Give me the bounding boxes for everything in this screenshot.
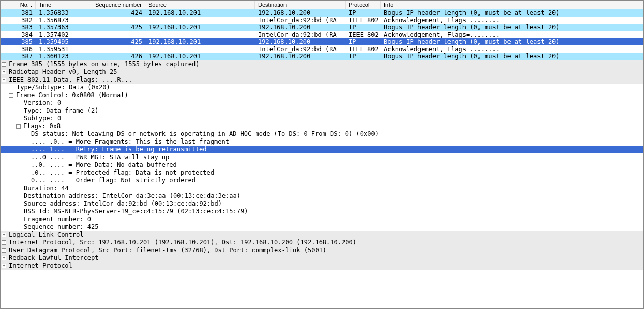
tree-line[interactable]: .... 1... = Retry: Frame is being retran…	[1, 146, 643, 153]
cell	[145, 31, 255, 38]
tree-label: Frame 385 (1555 bytes on wire, 1555 byte…	[9, 60, 199, 68]
tree-label: BSS Id: MS-NLB-PhysServer-19_ce:c4:15:79…	[24, 208, 248, 215]
tree-line[interactable]: .0.. .... = Protected flag: Data is not …	[1, 169, 643, 177]
tree-line[interactable]: Frame Control: 0x0808 (Normal)	[1, 91, 643, 99]
tree-line[interactable]: Version: 0	[1, 99, 643, 107]
tree-label: User Datagram Protocol, Src Port: filene…	[9, 246, 326, 254]
cell: 386	[1, 45, 36, 53]
cell: Bogus IP header length (0, must be at le…	[381, 24, 643, 31]
tree-line[interactable]: Internet Protocol	[1, 262, 643, 270]
table-row[interactable]: 3841.357402IntelCor_da:92:bd (RAIEEE 802…	[1, 31, 643, 38]
cell: Bogus IP header length (0, must be at le…	[381, 9, 643, 17]
tree-line[interactable]: Sequence number: 425	[1, 223, 643, 231]
tree-line[interactable]: BSS Id: MS-NLB-PhysServer-19_ce:c4:15:79…	[1, 208, 643, 215]
cell: Bogus IP header length (0, must be at le…	[381, 53, 643, 60]
tree-label: ..0. .... = More Data: No data buffered	[31, 161, 177, 169]
col-header-no[interactable]: No. .	[1, 1, 36, 9]
tree-line[interactable]: IEEE 802.11 Data, Flags: ....R...	[1, 76, 643, 84]
tree-label: IEEE 802.11 Data, Flags: ....R...	[9, 76, 132, 84]
expand-icon[interactable]	[2, 248, 6, 253]
col-header-seq[interactable]: Sequence number	[84, 1, 145, 9]
cell: Acknowledgement, Flags=........	[381, 45, 643, 53]
tree-label: Flags: 0x8	[23, 122, 61, 130]
cell: IntelCor_da:92:bd (RA	[255, 45, 346, 53]
cell: IntelCor_da:92:bd (RA	[255, 17, 346, 24]
tree-line[interactable]: Destination address: IntelCor_da:3e:aa (…	[1, 192, 643, 200]
table-row[interactable]: 3821.356873IntelCor_da:92:bd (RAIEEE 802…	[1, 17, 643, 24]
cell: 1.360123	[36, 53, 84, 60]
cell: IntelCor_da:92:bd (RA	[255, 31, 346, 38]
tree-line[interactable]: Type/Subtype: Data (0x20)	[1, 84, 643, 91]
tree-label: Source address: IntelCor_da:92:bd (00:13…	[24, 200, 222, 208]
table-row[interactable]: 3811.356833424192.168.10.201192.168.10.2…	[1, 9, 643, 17]
cell: 1.359531	[36, 45, 84, 53]
cell: 383	[1, 24, 36, 31]
cell: 192.168.10.201	[145, 38, 255, 45]
tree-line[interactable]: Duration: 44	[1, 184, 643, 192]
tree-line[interactable]: DS status: Not leaving DS or network is …	[1, 130, 643, 138]
col-header-time[interactable]: Time	[36, 1, 84, 9]
tree-label: Redback Lawful Intercept	[9, 254, 98, 262]
collapse-icon[interactable]	[16, 124, 21, 129]
tree-line[interactable]: Radiotap Header v0, Length 25	[1, 68, 643, 76]
table-row[interactable]: 3851.359495425192.168.10.201192.168.10.2…	[1, 38, 643, 45]
tree-label: Internet Protocol	[9, 262, 72, 270]
tree-line[interactable]: Internet Protocol, Src: 192.168.10.201 (…	[1, 239, 643, 246]
tree-label: Fragment number: 0	[24, 215, 91, 223]
expand-icon[interactable]	[2, 70, 6, 74]
col-header-info[interactable]: Info	[381, 1, 643, 9]
cell: 192.168.10.201	[145, 53, 255, 60]
tree-line[interactable]: ..0. .... = More Data: No data buffered	[1, 161, 643, 169]
tree-label: DS status: Not leaving DS or network is …	[31, 130, 379, 138]
cell	[84, 45, 145, 53]
packet-rows[interactable]: 3811.356833424192.168.10.201192.168.10.2…	[1, 9, 643, 60]
cell: Bogus IP header length (0, must be at le…	[381, 38, 643, 45]
tree-label: Type/Subtype: Data (0x20)	[17, 84, 110, 91]
tree-line[interactable]: Flags: 0x8	[1, 122, 643, 130]
tree-label: Subtype: 0	[24, 115, 61, 122]
table-row[interactable]: 3861.359531IntelCor_da:92:bd (RAIEEE 802…	[1, 45, 643, 53]
expand-icon[interactable]	[2, 62, 6, 67]
cell: Acknowledgement, Flags=........	[381, 17, 643, 24]
cell	[145, 45, 255, 53]
packet-list-pane[interactable]: No. . Time Sequence number Source Destin…	[1, 1, 643, 60]
cell: 387	[1, 53, 36, 60]
col-header-src[interactable]: Source	[145, 1, 255, 9]
table-row[interactable]: 3831.357363425192.168.10.201192.168.10.2…	[1, 24, 643, 31]
tree-label: Destination address: IntelCor_da:3e:aa (…	[24, 192, 241, 200]
packet-list-header[interactable]: No. . Time Sequence number Source Destin…	[1, 1, 643, 9]
tree-line[interactable]: Logical-Link Control	[1, 231, 643, 239]
tree-line[interactable]: Source address: IntelCor_da:92:bd (00:13…	[1, 200, 643, 208]
cell: 192.168.10.201	[145, 24, 255, 31]
tree-line[interactable]: Redback Lawful Intercept	[1, 254, 643, 262]
packet-details-pane[interactable]: Frame 385 (1555 bytes on wire, 1555 byte…	[1, 60, 643, 308]
tree-line[interactable]: Frame 385 (1555 bytes on wire, 1555 byte…	[1, 60, 643, 68]
cell	[84, 31, 145, 38]
expand-icon[interactable]	[2, 256, 6, 260]
collapse-icon[interactable]	[2, 78, 6, 82]
tree-label: Version: 0	[24, 99, 61, 107]
cell	[84, 17, 145, 24]
cell: IP	[346, 38, 381, 45]
tree-line[interactable]: .... .0.. = More Fragments: This is the …	[1, 138, 643, 146]
collapse-icon[interactable]	[9, 93, 13, 98]
tree-line[interactable]: Type: Data frame (2)	[1, 107, 643, 115]
expand-icon[interactable]	[2, 240, 6, 245]
tree-line[interactable]: Fragment number: 0	[1, 215, 643, 223]
cell: 1.359495	[36, 38, 84, 45]
tree-label: .... 1... = Retry: Frame is being retran…	[31, 146, 207, 153]
cell: 192.168.10.200	[255, 53, 346, 60]
cell: 425	[84, 38, 145, 45]
tree-line[interactable]: 0... .... = Order flag: Not strictly ord…	[1, 177, 643, 184]
tree-line[interactable]: User Datagram Protocol, Src Port: filene…	[1, 246, 643, 254]
col-header-prot[interactable]: Protocol	[346, 1, 381, 9]
cell: IP	[346, 53, 381, 60]
expand-icon[interactable]	[2, 264, 6, 268]
tree-line[interactable]: Subtype: 0	[1, 115, 643, 122]
table-row[interactable]: 3871.360123426192.168.10.201192.168.10.2…	[1, 53, 643, 60]
expand-icon[interactable]	[2, 233, 6, 237]
col-header-dst[interactable]: Destination	[255, 1, 346, 9]
cell: 425	[84, 24, 145, 31]
tree-label: .... .0.. = More Fragments: This is the …	[31, 138, 229, 146]
tree-line[interactable]: ...0 .... = PWR MGT: STA will stay up	[1, 153, 643, 161]
